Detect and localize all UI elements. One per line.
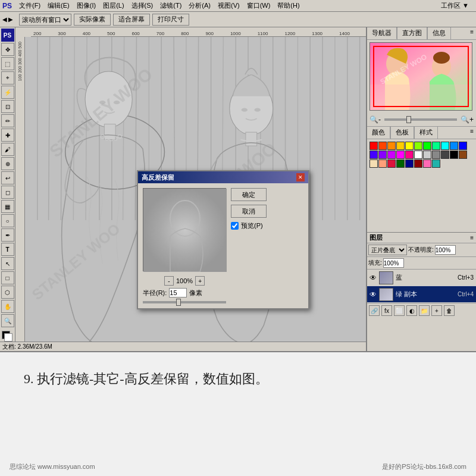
preview-zoom-out-btn[interactable]: - [164,276,174,286]
menu-select[interactable]: 选择(S) [128,0,157,11]
swatch-wheat[interactable] [369,159,378,168]
path-select-tool[interactable]: ↖ [1,257,14,270]
tab-styles[interactable]: 样式 [415,127,438,139]
layer-visibility-green[interactable]: 👁 [369,290,377,299]
marquee-tool[interactable]: ⬚ [1,57,14,70]
swatch-dark-blue[interactable] [405,159,414,168]
preview-zoom-in-btn[interactable]: + [195,276,205,286]
swatch-dark-red[interactable] [414,159,422,168]
blend-mode-select[interactable]: 正片叠底 正常 [368,245,407,255]
swatch-hot-pink[interactable] [423,159,431,168]
dialog-close-btn[interactable]: ✕ [296,173,305,181]
cancel-button[interactable]: 取消 [231,205,267,218]
swatch-orange-red[interactable] [378,142,387,150]
swatch-salmon[interactable] [378,159,387,168]
radius-slider-thumb[interactable] [176,299,181,306]
swatch-teal[interactable] [432,159,440,168]
swatch-blue[interactable] [459,142,467,150]
swatch-light-gray[interactable] [423,151,431,159]
ps-logo-btn[interactable]: PS [1,29,14,42]
print-size-btn[interactable]: 打印尺寸 [152,14,189,26]
workspace-label[interactable]: 工作区 ▼ [441,1,474,10]
history-brush-tool[interactable]: ↩ [1,171,14,184]
clone-tool[interactable]: ⊕ [1,157,14,170]
swatch-indigo[interactable] [369,151,378,159]
layer-adj-btn[interactable]: ◐ [406,305,417,316]
move-tool[interactable]: ✥ [1,43,14,56]
layer-row-blue[interactable]: 👁 蓝 Ctrl+3 [367,270,476,286]
swatch-dark-gray[interactable] [441,151,449,159]
swatch-orange[interactable] [387,142,396,150]
menu-file[interactable]: 文件(F) [15,0,44,11]
swatch-brown[interactable] [459,151,467,159]
swatch-yellow-green[interactable] [414,142,422,150]
fill-input[interactable] [383,258,404,268]
swatch-magenta[interactable] [396,151,405,159]
layer-fx-btn[interactable]: fx [381,305,392,316]
menu-help[interactable]: 帮助(H) [274,0,303,11]
fg-bg-colors[interactable] [2,331,14,343]
menu-view[interactable]: 视图(V) [214,0,243,11]
swatch-cyan-green[interactable] [432,142,440,150]
layer-visibility-blue[interactable]: 👁 [369,274,377,282]
swatch-black[interactable] [450,151,458,159]
hand-tool[interactable]: ✋ [1,300,14,313]
swatch-yellow[interactable] [396,142,405,150]
heal-tool[interactable]: ✚ [1,129,14,142]
menu-image[interactable]: 图像(I) [73,0,99,11]
radius-input[interactable] [169,288,187,298]
fit-screen-btn[interactable]: 适合屏幕 [113,14,150,26]
swatch-violet[interactable] [378,151,387,159]
eraser-tool[interactable]: ◻ [1,186,14,199]
menu-filter[interactable]: 滤镜(T) [156,0,185,11]
layer-folder-btn[interactable]: 📁 [419,305,430,316]
swatch-bright-yellow[interactable] [405,142,414,150]
opacity-input[interactable] [435,245,456,255]
swatch-white[interactable] [414,151,422,159]
crop-tool[interactable]: ⊡ [1,100,14,113]
ok-button[interactable]: 确定 [231,188,267,201]
menu-layer[interactable]: 图层(L) [99,0,127,11]
zoom-out-btn[interactable]: 🔍- [369,115,381,124]
layer-row-green-copy[interactable]: 👁 绿 副本 Ctrl+4 [367,286,476,303]
shape-tool[interactable]: □ [1,271,14,284]
zoom-in-btn[interactable]: 🔍+ [461,115,474,124]
swatch-red[interactable] [369,142,378,150]
lasso-tool[interactable]: ⌖ [1,71,14,84]
layer-mask-btn[interactable]: ⬜ [394,305,405,316]
eyedropper-tool[interactable]: ✏ [1,114,14,127]
dodge-tool[interactable]: ○ [1,214,14,227]
zoom-slider-thumb[interactable] [406,116,411,123]
swatch-dark-green[interactable] [396,159,405,168]
swatch-crimson[interactable] [387,159,396,168]
tab-color[interactable]: 颜色 [367,127,390,139]
panel-menu-btn[interactable]: ≡ [468,27,476,39]
swatch-green[interactable] [423,142,431,150]
new-layer-btn[interactable]: + [431,305,442,316]
delete-layer-btn[interactable]: 🗑 [444,305,455,316]
brush-tool[interactable]: 🖌 [1,143,14,156]
menu-window[interactable]: 窗口(W) [243,0,274,11]
3d-tool[interactable]: ⬡ [1,286,14,299]
pen-tool[interactable]: ✒ [1,228,14,242]
zoom-slider[interactable] [384,118,457,121]
preview-checkbox[interactable] [231,222,239,230]
zoom-tool[interactable]: 🔍 [1,314,14,327]
tab-histogram[interactable]: 直方图 [397,27,427,39]
type-tool[interactable]: T [1,243,14,256]
tab-swatches[interactable]: 色板 [391,127,414,139]
color-panel-menu-btn[interactable]: ≡ [468,127,476,139]
radius-slider[interactable] [143,301,226,303]
swatch-cyan[interactable] [441,142,449,150]
actual-pixels-btn[interactable]: 实际像素 [74,14,111,26]
tab-info[interactable]: 信息 [428,27,451,39]
swatch-purple[interactable] [387,151,396,159]
gradient-tool[interactable]: ▦ [1,200,14,213]
swatch-azure[interactable] [450,142,458,150]
swatch-rose[interactable] [405,151,414,159]
swatch-gray[interactable] [432,151,440,159]
scroll-dropdown[interactable]: 滚动所有窗口 [19,14,71,26]
toolbar-back-btn[interactable]: ◀ [2,16,7,23]
menu-edit[interactable]: 编辑(E) [44,0,73,11]
toolbar-forward-btn[interactable]: ▶ [8,16,13,23]
